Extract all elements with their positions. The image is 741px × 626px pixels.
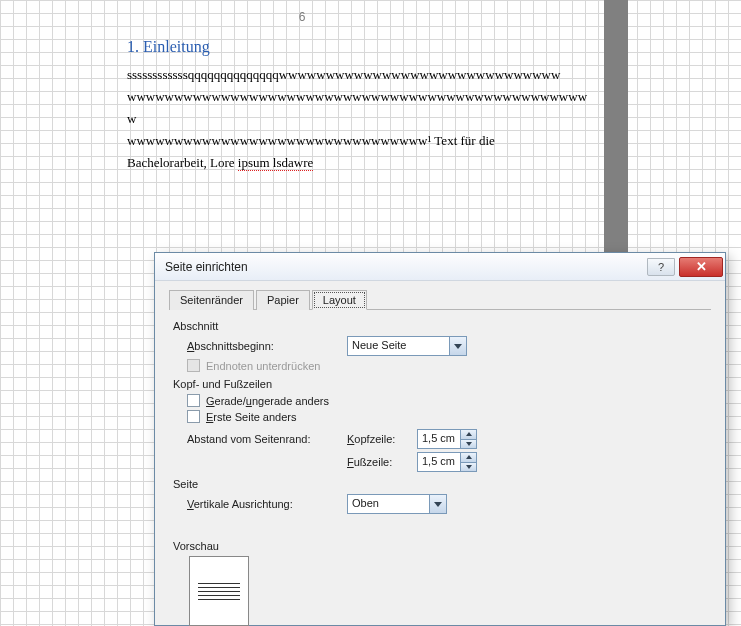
spinner-icon[interactable] <box>460 453 476 471</box>
section-start-label: Abschnittsbeginn: <box>187 340 347 352</box>
page-setup-dialog: Seite einrichten ? ✕ Seitenränder Papier… <box>154 252 726 626</box>
body-line[interactable]: Bachelorarbeit, Lore ipsum lsdawre <box>127 152 595 174</box>
header-label: Kopfzeile: <box>347 433 417 445</box>
chevron-down-icon[interactable] <box>449 337 466 355</box>
preview-thumbnail <box>189 556 249 626</box>
group-preview: Vorschau <box>173 540 711 552</box>
odd-even-checkbox[interactable] <box>187 394 200 407</box>
section-start-combo[interactable]: Neue Seite <box>347 336 467 356</box>
first-page-label: Erste Seite anders <box>206 411 297 423</box>
body-line[interactable]: wwwwwwwwwwwwwwwwwwwwwwwwwwwwwwww¹ Text f… <box>127 130 595 152</box>
dialog-titlebar[interactable]: Seite einrichten ? ✕ <box>155 253 725 281</box>
close-button[interactable]: ✕ <box>679 257 723 277</box>
tab-layout[interactable]: Layout <box>312 290 367 310</box>
first-page-checkbox[interactable] <box>187 410 200 423</box>
group-header-footer: Kopf- und Fußzeilen <box>173 378 711 390</box>
help-button[interactable]: ? <box>647 258 675 276</box>
footer-label: Fußzeile: <box>347 456 417 468</box>
group-page: Seite <box>173 478 711 490</box>
spellcheck-error[interactable]: ipsum lsdawre <box>238 155 313 171</box>
group-section: Abschnitt <box>173 320 711 332</box>
tab-strip: Seitenränder Papier Layout <box>169 289 711 310</box>
document-body: 1. Einleitung ssssssssssssqqqqqqqqqqqqqq… <box>127 36 595 174</box>
heading-1[interactable]: 1. Einleitung <box>127 36 595 58</box>
footer-distance-input[interactable]: 1,5 cm <box>417 452 477 472</box>
page-number: 6 <box>0 10 604 24</box>
margin-label: Abstand vom Seitenrand: <box>187 433 347 445</box>
header-distance-input[interactable]: 1,5 cm <box>417 429 477 449</box>
spinner-icon[interactable] <box>460 430 476 448</box>
dialog-title: Seite einrichten <box>165 260 248 274</box>
odd-even-label: Gerade/ungerade anders <box>206 395 329 407</box>
body-line[interactable]: wwwwwwwwwwwwwwwwwwwwwwwwwwwwwwwwwwwwwwww… <box>127 86 595 130</box>
vertical-align-combo[interactable]: Oben <box>347 494 447 514</box>
valign-label: Vertikale Ausrichtung: <box>187 498 347 510</box>
tab-margins[interactable]: Seitenränder <box>169 290 254 310</box>
body-line[interactable]: ssssssssssssqqqqqqqqqqqqqqwwwwwwwwwwwwww… <box>127 64 595 86</box>
suppress-endnotes-checkbox <box>187 359 200 372</box>
suppress-endnotes-label: Endnoten unterdrücken <box>206 360 320 372</box>
chevron-down-icon[interactable] <box>429 495 446 513</box>
tab-paper[interactable]: Papier <box>256 290 310 310</box>
